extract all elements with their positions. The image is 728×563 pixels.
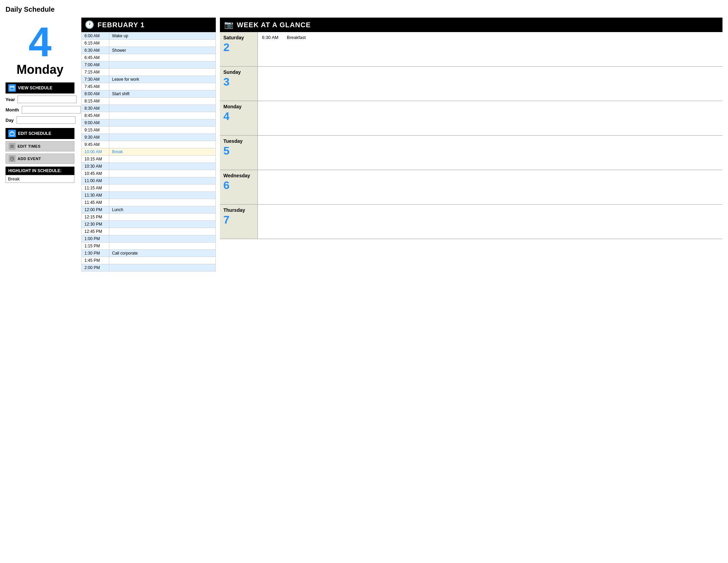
time-cell: 9:00 AM [82,119,109,127]
year-field-row: Year [6,96,74,103]
event-cell [109,264,216,271]
page-title: Daily Schedule [6,6,722,13]
table-row: 11:45 AM [82,199,216,206]
edit-schedule-label: EDIT SCHEDULE [18,131,51,136]
event-cell: Call corporate [109,250,216,257]
time-cell: 6:15 AM [82,40,109,47]
month-label: Month [6,107,19,112]
week-day-name: Saturday [223,35,254,40]
event-cell: Leave for work [109,76,216,83]
year-input[interactable] [18,96,77,103]
edit-times-button[interactable]: EDIT TIMES [6,141,74,151]
event-cell [109,163,216,170]
list-icon [9,143,16,150]
svg-rect-0 [10,86,14,90]
week-day-number: 4 [223,110,254,123]
event-cell: Shower [109,47,216,54]
time-cell: 9:45 AM [82,141,109,148]
highlight-section: HIGHLIGHT IN SCHEDULE: Break [6,167,74,183]
time-cell: 10:15 AM [82,156,109,163]
table-row: 12:30 PM [82,221,216,228]
event-cell [109,177,216,185]
week-day-events [258,67,722,101]
event-cell [109,61,216,69]
week-day-events: 6:30 AMBreakfast [258,32,722,66]
week-day-number: 5 [223,145,254,157]
svg-line-10 [12,159,13,159]
schedule-table: 6:00 AMWake up6:15 AM6:30 AMShower6:45 A… [81,32,216,271]
table-row: 8:30 AM [82,105,216,112]
table-row: 11:30 AM [82,192,216,199]
event-cell [109,69,216,76]
week-day-label: Monday4 [220,101,258,135]
week-event-name: Breakfast [287,35,306,40]
event-cell [109,170,216,177]
week-day-label: Saturday2 [220,32,258,66]
time-cell: 1:45 PM [82,257,109,264]
week-day-name: Monday [223,104,254,109]
edit-times-label: EDIT TIMES [18,144,41,148]
day-input[interactable] [17,116,75,124]
week-day-row: Saturday26:30 AMBreakfast [220,32,722,67]
week-day-row: Thursday7 [220,205,722,239]
time-cell: 12:00 PM [82,206,109,214]
time-cell: 9:30 AM [82,134,109,141]
time-cell: 1:15 PM [82,243,109,250]
highlight-header: HIGHLIGHT IN SCHEDULE: [6,167,74,175]
event-cell: Start shift [109,90,216,98]
week-day-label: Sunday3 [220,67,258,101]
week-panel: 📷 WEEK AT A GLANCE Saturday26:30 AMBreak… [220,18,722,239]
time-cell: 7:45 AM [82,83,109,90]
view-schedule-header: VIEW SCHEDULE [6,82,74,93]
event-cell: Break [109,148,216,156]
week-day-name: Sunday [223,69,254,75]
table-row: 12:00 PMLunch [82,206,216,214]
week-day-events [258,136,722,170]
clock-icon [9,155,16,162]
time-cell: 11:00 AM [82,177,109,185]
table-row: 7:30 AMLeave for work [82,76,216,83]
event-cell [109,156,216,163]
time-cell: 6:00 AM [82,32,109,40]
time-cell: 7:00 AM [82,61,109,69]
add-event-button[interactable]: ADD EVENT [6,154,74,164]
week-day-row: Wednesday6 [220,170,722,205]
table-row: 2:00 PM [82,264,216,271]
event-cell [109,119,216,127]
time-cell: 8:15 AM [82,98,109,105]
week-day-label: Tuesday5 [220,136,258,170]
time-cell: 8:00 AM [82,90,109,98]
schedule-month-title: FEBRUARY 1 [98,21,145,29]
table-row: 11:15 AM [82,185,216,192]
table-row: 6:00 AMWake up [82,32,216,40]
add-event-label: ADD EVENT [18,157,41,161]
table-row: 8:00 AMStart shift [82,90,216,98]
week-day-events [258,101,722,135]
month-input[interactable] [22,106,81,113]
event-cell [109,40,216,47]
table-row: 9:30 AM [82,134,216,141]
table-row: 8:15 AM [82,98,216,105]
table-row: 6:15 AM [82,40,216,47]
table-row: 8:45 AM [82,112,216,119]
event-cell [109,243,216,250]
table-row: 1:45 PM [82,257,216,264]
table-row: 10:30 AM [82,163,216,170]
time-cell: 12:15 PM [82,214,109,221]
time-cell: 1:00 PM [82,235,109,243]
week-header: 📷 WEEK AT A GLANCE [220,18,722,32]
time-cell: 11:15 AM [82,185,109,192]
event-cell [109,112,216,119]
event-cell [109,228,216,235]
event-cell [109,83,216,90]
week-day-row: Sunday3 [220,67,722,101]
time-cell: 11:30 AM [82,192,109,199]
edit-schedule-section: EDIT SCHEDULE EDIT TIMES [6,128,74,164]
week-day-number: 7 [223,214,254,226]
table-row: 1:15 PM [82,243,216,250]
view-schedule-section: VIEW SCHEDULE Year Month Day [6,82,74,124]
time-cell: 7:15 AM [82,69,109,76]
week-title: WEEK AT A GLANCE [237,21,311,29]
table-row: 9:15 AM [82,127,216,134]
table-row: 10:00 AMBreak [82,148,216,156]
